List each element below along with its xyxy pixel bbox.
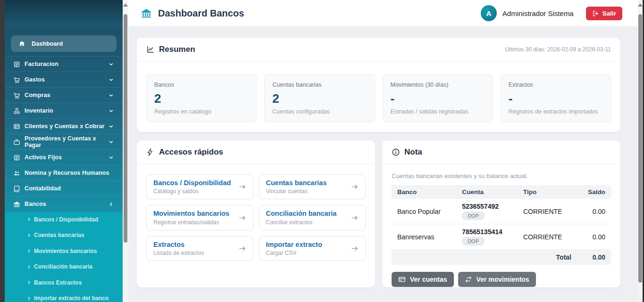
- cell-saldo: 0.00: [577, 224, 611, 250]
- resumen-header: Resumen Últimos 30 días: 2026-02-09 a 20…: [137, 38, 620, 62]
- submenu-item-movimientos-bancarios[interactable]: Movimientos bancarios: [5, 243, 123, 259]
- logout-button[interactable]: Salir: [586, 7, 622, 20]
- quick-link-bancos-disponibilidad[interactable]: Bancos / DisponibilidadCatálogo y saldos: [146, 174, 253, 199]
- resumen-card: Resumen Últimos 30 días: 2026-02-09 a 20…: [137, 38, 620, 132]
- submenu-item-bancos-extractos[interactable]: Bancos Extractos: [5, 275, 123, 291]
- bank-icon: [13, 201, 25, 208]
- quick-link-subtitle: Vincular cuentas: [266, 188, 346, 195]
- cell-tipo: CORRIENTE: [518, 199, 577, 224]
- nota-description: Cuentas bancarias existentes y su balanc…: [392, 172, 611, 180]
- topbar: Dashboard Bancos A Administrador Sistema…: [128, 0, 638, 27]
- quick-link-title: Importar extracto: [266, 241, 346, 249]
- sidebar-item-label: Compras: [25, 92, 108, 98]
- arrow-right-icon: [351, 183, 359, 191]
- chevron-down-icon: [108, 139, 114, 145]
- caret-right-icon: [27, 249, 31, 253]
- sidebar-item-compras[interactable]: Compras: [5, 87, 123, 103]
- ver-cuentas-button[interactable]: Ver cuentas: [392, 272, 454, 287]
- table-row: Banco Popular5236557492DOPCORRIENTE0.00: [392, 199, 611, 224]
- submenu-item-bancos-disponibilidad[interactable]: Bancos / Disponibilidad: [5, 212, 123, 228]
- column-header-cuenta: Cuenta: [456, 185, 518, 199]
- sidebar-item-inventario[interactable]: Inventario: [5, 103, 123, 118]
- window-left-border: [0, 0, 5, 302]
- cart-icon: [13, 92, 25, 99]
- resumen-period: Últimos 30 días: 2026-02-09 a 2026-03-11: [505, 46, 611, 53]
- boxes-icon: [13, 107, 25, 114]
- stat-caption: Cuentas configuradas: [272, 108, 367, 115]
- column-header-tipo: Tipo: [518, 185, 577, 199]
- exchange-icon: [465, 276, 472, 283]
- stat-label: Bancos: [154, 82, 249, 88]
- credit-card-icon: [398, 276, 406, 283]
- total-row: Total0.00: [392, 250, 611, 265]
- arrow-right-icon: [351, 245, 359, 253]
- stat-label: Movimientos (30 días): [391, 82, 485, 88]
- page-scrollbar-thumb[interactable]: [638, 14, 642, 283]
- sidebar-item-activos-fijos[interactable]: Activos Fijos: [5, 149, 123, 165]
- page-scrollbar[interactable]: [638, 0, 643, 302]
- stat-card-cuentas-bancarias: Cuentas bancarias2Cuentas configuradas: [264, 74, 375, 122]
- sidebar-nav: DashboardFacturacionGastosComprasInventa…: [5, 35, 123, 212]
- quick-link-cuentas-bancarias[interactable]: Cuentas bancariasVincular cuentas: [259, 174, 366, 199]
- sidebar-scrollbar-thumb[interactable]: [124, 14, 127, 243]
- scroll-up-arrow-icon[interactable]: [638, 3, 643, 7]
- arrow-right-icon: [238, 183, 246, 191]
- topbar-right: A Administrador Sistema Salir: [481, 5, 622, 21]
- sidebar-item-nomina-y-recursos-humanos[interactable]: Nomina y Recursos Humanos: [5, 165, 123, 180]
- stat-value: 2: [272, 92, 367, 105]
- submenu-item-conciliación-bancaria[interactable]: Conciliación bancaria: [5, 259, 123, 275]
- briefcase-icon: [13, 139, 25, 146]
- sidebar-item-clientes-y-cuentas-x-cobrar[interactable]: Clientes y Cuentas x Cobrar: [5, 118, 123, 134]
- sidebar-item-facturacion[interactable]: Facturacion: [5, 56, 123, 72]
- total-empty-cell: [392, 250, 456, 265]
- scroll-up-arrow-icon[interactable]: [123, 3, 128, 7]
- quick-link-movimientos-bancarios[interactable]: Movimientos bancariosRegistrar entradas/…: [146, 205, 253, 230]
- stats-row: Bancos2Registros en catálogoCuentas banc…: [137, 62, 620, 132]
- cell-banco: Banreservas: [392, 224, 456, 250]
- currency-badge: DOP: [462, 237, 485, 245]
- sidebar-item-gastos[interactable]: Gastos: [5, 72, 123, 87]
- quick-link-extractos[interactable]: ExtractosListado de extractos: [146, 236, 253, 261]
- sidebar-item-bancos[interactable]: Bancos: [5, 196, 123, 212]
- sidebar-item-proveedores-y-cuentas-x-pagar[interactable]: Proveedores y Cuentas x Pagar: [5, 134, 123, 149]
- chevron-down-icon: [108, 155, 114, 161]
- stat-card-extractos: Extractos-Registros de extractos importa…: [501, 74, 611, 122]
- account-number: 5236557492: [462, 203, 512, 210]
- sidebar-item-label: Bancos: [25, 201, 108, 207]
- quick-link-subtitle: Conciliar extractos: [266, 219, 346, 226]
- cell-cuenta: 5236557492DOP: [456, 199, 518, 224]
- list-icon: [13, 154, 25, 161]
- sidebar-item-contabilidad[interactable]: Contabilidad: [5, 180, 123, 196]
- content-area: Resumen Últimos 30 días: 2026-02-09 a 20…: [128, 27, 638, 302]
- column-header-banco: Banco: [392, 185, 456, 199]
- sidebar-submenu: Bancos / DisponibilidadCuentas bancarias…: [5, 212, 123, 302]
- sidebar-item-label: Gastos: [25, 76, 108, 83]
- accounts-table: BancoCuentaTipoSaldo Banco Popular523655…: [392, 185, 611, 265]
- users-icon: [13, 170, 25, 177]
- caret-right-icon: [27, 233, 31, 237]
- sidebar-item-label: Nomina y Recursos Humanos: [25, 170, 114, 176]
- submenu-item-importar-extracto-del-banco[interactable]: Importar extracto del banco: [5, 291, 123, 302]
- sidebar-item-dashboard[interactable]: Dashboard: [11, 35, 117, 52]
- chevron-down-icon: [108, 123, 114, 130]
- sidebar: DashboardFacturacionGastosComprasInventa…: [5, 0, 123, 302]
- chevron-down-icon: [108, 77, 114, 83]
- stat-value: -: [509, 92, 603, 105]
- arrow-right-icon: [238, 214, 246, 222]
- total-empty-cell: [456, 250, 518, 265]
- submenu-item-cuentas-bancarias[interactable]: Cuentas bancarias: [5, 228, 123, 244]
- sidebar-item-label: Activos Fijos: [25, 154, 108, 161]
- chevron-down-icon: [108, 108, 114, 114]
- sidebar-logo-area: [5, 0, 123, 27]
- quick-link-text: Bancos / DisponibilidadCatálogo y saldos: [153, 179, 234, 195]
- nota-body: Cuentas bancarias existentes y su balanc…: [382, 164, 620, 295]
- sidebar-scrollbar[interactable]: [123, 0, 128, 302]
- quick-link-importar-extracto[interactable]: Importar extractoCargar CSV: [259, 236, 366, 261]
- ver-movimientos-button[interactable]: Ver movimientos: [458, 272, 536, 287]
- stat-card-bancos: Bancos2Registros en catálogo: [146, 74, 257, 122]
- quick-link-title: Extractos: [153, 241, 234, 249]
- quick-link-conciliación-bancaria[interactable]: Conciliación bancariaConciliar extractos: [259, 205, 366, 230]
- submenu-item-label: Cuentas bancarias: [34, 232, 84, 238]
- arrow-right-icon: [238, 245, 246, 253]
- stat-caption: Entradas / salidas registradas: [391, 108, 485, 115]
